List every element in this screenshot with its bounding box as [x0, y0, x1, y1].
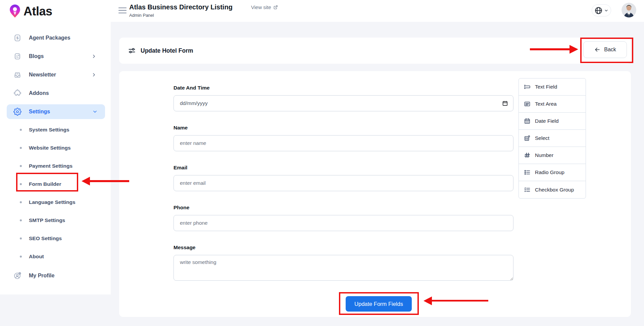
form-builder-card: Date And Time Name Email Phone	[119, 71, 631, 317]
back-button[interactable]: Back	[583, 41, 627, 58]
hash-icon	[524, 152, 531, 159]
inbox-icon	[13, 71, 21, 79]
field-group-phone: Phone	[174, 205, 513, 231]
select-table-icon	[524, 135, 531, 142]
sidebar-item-label: Newsletter	[29, 72, 56, 78]
field-group-email: Email	[174, 165, 513, 191]
gear-icon	[13, 108, 21, 116]
svg-text:$: $	[16, 36, 19, 40]
palette-item-text-area[interactable]: Text Area	[519, 96, 586, 113]
external-link-icon	[273, 5, 278, 10]
sidebar-nav: $ Agent Packages Blogs Newsletter Addons	[0, 29, 111, 285]
date-input[interactable]	[174, 95, 513, 111]
palette-item-radio-group[interactable]: Radio Group	[519, 164, 586, 181]
app-subtitle: Admin Panel	[129, 13, 233, 18]
field-type-palette: Text Field Text Area Date Field Select	[518, 78, 586, 199]
bullet-icon	[20, 147, 22, 149]
checkbox-list-icon	[524, 186, 531, 193]
header-titles: Atlas Business Directory Listing Admin P…	[129, 3, 233, 18]
view-site-link[interactable]: View site	[251, 4, 278, 10]
language-switcher[interactable]	[592, 4, 611, 16]
field-label: Phone	[174, 205, 513, 211]
bullet-icon	[20, 183, 22, 185]
brand-name: Atlas	[23, 4, 52, 18]
bullet-icon	[20, 237, 22, 239]
calendar-icon	[524, 118, 531, 124]
name-input[interactable]	[174, 135, 513, 151]
bullet-icon	[20, 165, 22, 167]
email-input[interactable]	[174, 175, 513, 191]
palette-item-number[interactable]: Number	[519, 147, 586, 164]
sidebar-item-settings[interactable]: Settings	[7, 104, 105, 119]
puzzle-icon	[13, 89, 21, 97]
map-pin-logo-icon	[9, 4, 21, 19]
text-area-icon	[524, 101, 531, 107]
sidebar-item-my-profile[interactable]: My Profile	[0, 266, 111, 285]
app-title: Atlas Business Directory Listing	[129, 3, 233, 11]
sidebar-subitem-about[interactable]: About	[0, 248, 111, 266]
field-group-name: Name	[174, 125, 513, 151]
field-label: Date And Time	[174, 85, 513, 91]
document-icon	[13, 52, 21, 60]
bullet-icon	[20, 129, 22, 131]
chevron-right-icon	[91, 54, 97, 59]
palette-item-select[interactable]: Select	[519, 130, 586, 147]
page-header-card: Update Hotel Form Back	[119, 38, 631, 64]
sidebar-item-newsletter[interactable]: Newsletter	[0, 65, 111, 84]
field-label: Message	[174, 245, 513, 251]
sidebar-item-label: Blogs	[29, 53, 44, 59]
sidebar-item-label: Agent Packages	[29, 35, 70, 41]
sidebar-item-blogs[interactable]: Blogs	[0, 47, 111, 65]
sidebar-subitem-system-settings[interactable]: System Settings	[0, 121, 111, 139]
sidebar-item-label: Settings	[29, 109, 50, 115]
field-group-date: Date And Time	[174, 85, 513, 111]
sidebar-subitem-website-settings[interactable]: Website Settings	[0, 139, 111, 157]
palette-item-text-field[interactable]: Text Field	[519, 78, 586, 96]
sidebar-subitem-form-builder[interactable]: Form Builder	[0, 175, 111, 193]
sidebar-item-label: Addons	[29, 90, 49, 96]
sidebar-subitem-language-settings[interactable]: Language Settings	[0, 193, 111, 211]
palette-item-date-field[interactable]: Date Field	[519, 113, 586, 130]
hamburger-menu-icon[interactable]	[118, 7, 127, 14]
chevron-right-icon	[91, 72, 97, 77]
sidebar-subitem-payment-settings[interactable]: Payment Settings	[0, 157, 111, 175]
message-textarea[interactable]	[174, 255, 513, 281]
sidebar-item-addons[interactable]: Addons	[0, 84, 111, 102]
globe-icon	[594, 6, 603, 15]
top-header: Atlas Business Directory Listing Admin P…	[111, 0, 644, 22]
field-label: Email	[174, 165, 513, 171]
arrow-left-icon	[594, 46, 601, 53]
brand-logo[interactable]: Atlas	[9, 4, 52, 19]
user-plus-icon	[13, 272, 21, 280]
update-form-fields-button[interactable]: Update Form Fields	[346, 296, 412, 312]
bullet-icon	[20, 201, 22, 203]
field-group-message: Message	[174, 245, 513, 282]
sidebar-subitem-smtp-settings[interactable]: SMTP Settings	[0, 211, 111, 229]
phone-input[interactable]	[174, 215, 513, 231]
chevron-down-icon	[604, 8, 608, 13]
bullet-icon	[20, 256, 22, 258]
user-avatar[interactable]	[622, 3, 636, 17]
field-label: Name	[174, 125, 513, 131]
sidebar-item-agent-packages[interactable]: $ Agent Packages	[0, 29, 111, 47]
form-fields-column: Date And Time Name Email Phone	[174, 85, 513, 295]
text-field-icon	[524, 84, 531, 90]
avatar-image	[622, 3, 636, 17]
sliders-filter-icon	[128, 47, 136, 55]
palette-item-checkbox-group[interactable]: Checkbox Group	[519, 181, 586, 198]
dollar-badge-icon: $	[13, 34, 21, 42]
chevron-down-icon	[92, 109, 98, 114]
page-title: Update Hotel Form	[141, 47, 193, 54]
sidebar: Atlas $ Agent Packages Blogs Newsletter	[0, 0, 111, 294]
sidebar-subitem-seo-settings[interactable]: SEO Settings	[0, 229, 111, 248]
radio-list-icon	[524, 169, 531, 176]
bullet-icon	[20, 219, 22, 221]
